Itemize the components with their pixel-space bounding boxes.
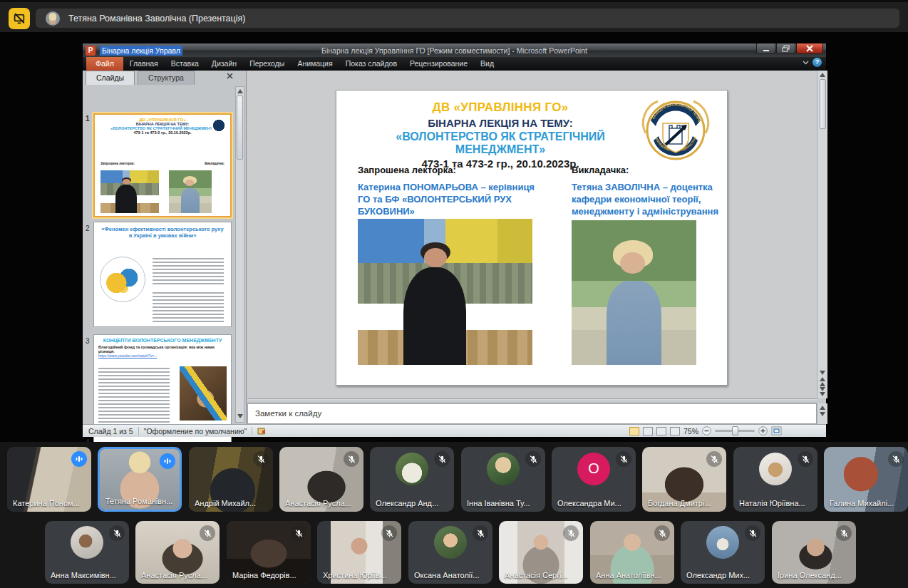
mic-muted-icon (706, 451, 722, 467)
participant-name: Ірина Олександ... (778, 571, 842, 579)
tab-animation[interactable]: Анимация (291, 57, 339, 71)
participant-tile[interactable]: Анастасія Русла... (135, 521, 220, 584)
thumb-number: 3 (86, 337, 90, 345)
mini-right-heading: Викладачка: (205, 162, 225, 165)
ppt-statusbar: Слайд 1 из 5 "Оформление по умолчанию" 7… (83, 424, 826, 437)
participant-name: Тетяна Романівн... (105, 497, 172, 505)
slide-thumbnail-1[interactable]: ДВ «УПРАВЛІННЯ ГО» БІНАРНА ЛЕКЦІЯ НА ТЕМ… (93, 113, 232, 217)
restore-button[interactable] (776, 43, 795, 54)
slideshow-view-button[interactable] (670, 427, 680, 435)
slide-sorter-view-button[interactable] (643, 427, 653, 435)
participant-tile[interactable]: Маріна Федорів... (227, 521, 311, 584)
ribbon-collapse-chevron-icon[interactable] (803, 61, 809, 65)
theme-name: "Оформление по умолчанию" (144, 427, 247, 435)
participant-name: Анастасія Русла... (285, 499, 351, 507)
editor-scrollbar[interactable] (817, 71, 827, 398)
notes-scrollbar[interactable] (817, 403, 827, 424)
notes-pane[interactable]: Заметки к слайду (247, 403, 817, 424)
slide-canvas[interactable]: ДВ «УПРАВЛІННЯ ГО» БІНАРНА ЛЕКЦІЯ НА ТЕМ… (336, 90, 728, 386)
slide-thumbnail-3[interactable]: КОНЦЕПТИ ВОЛОНТЕРСЬКОГО МЕНЕДЖМЕНТУ Благ… (93, 334, 232, 430)
participant-avatar (759, 453, 792, 485)
tab-slides[interactable]: Слайды (86, 71, 135, 85)
participant-tile[interactable]: Ірина Олександ... (772, 521, 856, 584)
scroll-down-icon[interactable] (820, 412, 825, 416)
tab-design[interactable]: Дизайн (205, 57, 243, 71)
screen-share-paused-button[interactable] (9, 8, 30, 29)
participant-tile-active-speaker[interactable]: Тетяна Романівн... (98, 447, 182, 512)
participant-name: Олександра Ми... (557, 499, 621, 507)
zoom-in-button[interactable] (758, 426, 768, 435)
participant-tile[interactable]: Інна Іванівна Ту... (461, 447, 545, 512)
participant-tile[interactable]: Олександр Анд... (370, 447, 454, 512)
help-button[interactable]: ? (812, 58, 822, 67)
participant-tile[interactable]: Христина Юріїв... (317, 521, 401, 584)
notes-splitter-handle[interactable] (247, 398, 817, 403)
department-emblem: КАФЕДРА ЕКОНОМІЧНОЇ ТЕОРІЇ МЕНЕДЖМЕНТУ Т… (636, 96, 716, 167)
scrollbar-thumb[interactable] (820, 79, 826, 129)
zoom-out-button[interactable] (702, 426, 711, 435)
spellcheck-icon[interactable] (257, 427, 267, 435)
reading-view-button[interactable] (656, 427, 666, 435)
tab-review[interactable]: Рецензирование (403, 57, 474, 71)
tab-home[interactable]: Главная (123, 57, 165, 71)
participant-tile[interactable]: О Олександра Ми... (552, 447, 636, 512)
tab-transitions[interactable]: Переходы (243, 57, 291, 71)
scroll-down-icon[interactable] (820, 371, 825, 375)
ppt-titlebar[interactable]: P Бінарна лекція Управл Бінарна лекція У… (83, 43, 826, 57)
tab-outline[interactable]: Структура (138, 71, 195, 85)
next-slide-button[interactable] (817, 387, 827, 396)
participant-tile[interactable]: Наталія Юріївна... (733, 447, 817, 512)
audio-speaking-icon (160, 453, 175, 469)
audio-speaking-icon (71, 451, 87, 467)
mic-muted-icon (563, 525, 579, 541)
thumb3-bullet-lines (98, 368, 170, 426)
scroll-up-icon[interactable] (820, 406, 825, 410)
participant-name: Анастасія Русла... (141, 571, 207, 579)
slide-thumbnail-2[interactable]: «Феномен ефективності волонтерського рух… (93, 222, 232, 327)
zoom-topbar: Тетяна Романівна Заволічна (Презентація) (0, 0, 908, 32)
participant-tile[interactable]: Богдана Дмитрі... (642, 447, 726, 512)
screen-share-muted-icon (13, 12, 26, 25)
scroll-up-icon[interactable] (820, 73, 825, 77)
participant-tile[interactable]: Андрій Михайл... (189, 447, 273, 512)
scroll-up-icon[interactable] (237, 89, 243, 93)
participant-tile[interactable]: Олександр Мих... (681, 521, 765, 584)
tab-insert[interactable]: Вставка (165, 57, 205, 71)
participant-tile[interactable]: Анна Максимівн... (45, 521, 129, 584)
presenter-avatar (46, 11, 60, 26)
minimize-button[interactable] (756, 43, 775, 54)
teacher-block: Викладачка: Тетяна ЗАВОЛІЧНА – доцентка … (572, 165, 718, 217)
tab-file[interactable]: Файл (86, 57, 123, 71)
zoom-slider-thumb[interactable] (732, 426, 738, 435)
participant-tile[interactable]: Катерина Поном... (7, 447, 91, 512)
panel-scrollbar[interactable] (235, 86, 244, 423)
mic-muted-icon (109, 525, 125, 541)
scrollbar-thumb[interactable] (237, 96, 243, 160)
previous-slide-button[interactable] (817, 377, 827, 386)
participant-name: Анастасія Сергі... (505, 571, 568, 579)
mic-muted-icon (888, 451, 904, 467)
zoom-controls: 75% (629, 426, 782, 435)
teacher-text: Тетяна ЗАВОЛІЧНА – доцентка кафедри екон… (572, 181, 718, 217)
mic-muted-icon (253, 451, 269, 467)
participant-tile[interactable]: Анастасія Сергі... (499, 521, 583, 584)
mic-muted-icon (434, 451, 450, 467)
participant-name: Галина Михайлі... (830, 499, 894, 507)
participant-tile[interactable]: Анна Анатоліївн... (590, 521, 674, 584)
zoom-slider[interactable] (715, 430, 755, 432)
thumb1-mini-slide: ДВ «УПРАВЛІННЯ ГО» БІНАРНА ЛЕКЦІЯ НА ТЕМ… (95, 115, 230, 216)
scroll-down-icon[interactable] (237, 414, 243, 418)
participant-tile[interactable]: Анастасія Русла... (279, 447, 363, 512)
powerpoint-window[interactable]: P Бінарна лекція Управл Бінарна лекція У… (82, 43, 827, 436)
fit-to-window-button[interactable] (771, 426, 782, 435)
tab-view[interactable]: Вид (474, 57, 500, 71)
panel-close-icon[interactable] (227, 73, 233, 79)
participant-name: Андрій Михайл... (195, 499, 256, 507)
normal-view-button[interactable] (629, 427, 639, 435)
tab-slideshow[interactable]: Показ слайдов (339, 57, 403, 71)
guest-lecturer-block: Запрошена лекторка: Катерина ПОНОМАРЬОВА… (358, 165, 549, 217)
close-button[interactable] (796, 43, 823, 54)
thumb3-link[interactable]: https://www.youtube.com/watch?v=... (94, 354, 231, 358)
participant-tile[interactable]: Галина Михайлі... (824, 447, 908, 512)
participant-tile[interactable]: Оксана Анатолії... (408, 521, 492, 584)
